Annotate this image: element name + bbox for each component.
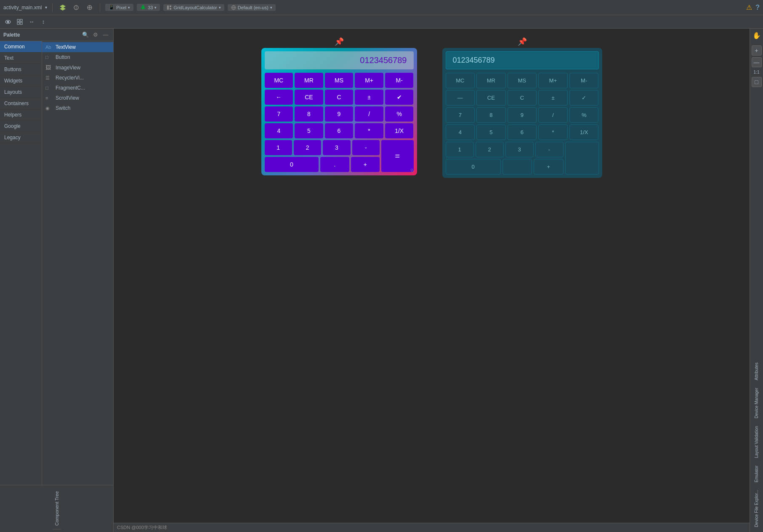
btn-check[interactable]: ✔ [385, 90, 414, 105]
arrows-h-button[interactable]: ↔ [27, 17, 36, 26]
btn-inv[interactable]: 1/X [385, 123, 414, 138]
emulator-tab[interactable]: Emulator [752, 462, 761, 486]
rbtn-plusminus[interactable]: ± [538, 90, 568, 106]
rbtn-mc[interactable]: MC [446, 73, 475, 88]
palette-item-switch[interactable]: ◉ Switch [42, 103, 113, 113]
question-icon[interactable]: ? [755, 4, 760, 11]
rbtn-mminus[interactable]: M- [569, 73, 599, 88]
arrows-v-button[interactable]: ↕ [39, 17, 48, 26]
category-widgets[interactable]: Widgets [0, 75, 42, 87]
layout-validation-tab[interactable]: Layout Validation [752, 423, 761, 461]
category-containers[interactable]: Containers [0, 98, 42, 109]
btn-9[interactable]: 9 [325, 106, 354, 122]
btn-8[interactable]: 8 [295, 106, 323, 122]
layer-icon[interactable] [58, 3, 68, 13]
zoom-in-button[interactable]: + [752, 45, 762, 56]
rbtn-minus[interactable]: - [535, 142, 564, 157]
palette-settings-button[interactable]: ⚙ [91, 31, 100, 39]
btn-minus[interactable]: - [352, 140, 380, 155]
device-manager-tab[interactable]: Device Manager [752, 384, 761, 422]
palette-close-button[interactable]: — [101, 31, 110, 39]
btn-c[interactable]: C [325, 90, 354, 105]
btn-ce[interactable]: CE [295, 90, 323, 105]
device-pill[interactable]: 📱 Pixel ▾ [105, 4, 133, 11]
palette-item-imageview[interactable]: 🖼 ImageView [42, 62, 113, 73]
rbtn-dot[interactable] [502, 159, 532, 175]
btn-5[interactable]: 5 [295, 123, 323, 138]
category-buttons[interactable]: Buttons [0, 64, 42, 75]
btn-back[interactable]: ← [265, 90, 293, 105]
hand-tool-button[interactable]: ✋ [752, 30, 762, 40]
btn-mplus[interactable]: M+ [355, 73, 383, 88]
btn-2[interactable]: 2 [294, 140, 321, 155]
rbtn-check[interactable]: ✓ [569, 90, 599, 106]
btn-mul[interactable]: * [355, 123, 383, 138]
rbtn-inv[interactable]: 1/X [569, 124, 599, 140]
btn-4[interactable]: 4 [265, 123, 293, 138]
category-common[interactable]: Common [0, 41, 42, 53]
rbtn-equals[interactable] [565, 142, 599, 175]
category-google[interactable]: Google [0, 121, 42, 132]
rbtn-plus[interactable]: + [534, 159, 564, 175]
palette-item-recyclerview[interactable]: ☰ RecyclerVi... [42, 73, 113, 83]
file-name-label[interactable]: activity_main.xml [3, 5, 42, 11]
btn-plusminus[interactable]: ± [355, 90, 383, 105]
rbtn-6[interactable]: 6 [508, 124, 537, 140]
locale-pill[interactable]: Default (en-us) ▾ [228, 4, 276, 11]
device-file-tab[interactable]: Device File Explor... [752, 487, 761, 530]
fit-screen-button[interactable]: □ [752, 77, 762, 87]
btn-3[interactable]: 3 [323, 140, 350, 155]
eye-button[interactable] [3, 17, 13, 26]
btn-mminus[interactable]: M- [385, 73, 414, 88]
btn-7[interactable]: 7 [265, 106, 293, 122]
category-legacy[interactable]: Legacy [0, 132, 42, 143]
rbtn-mr[interactable]: MR [476, 73, 506, 88]
rbtn-3[interactable]: 3 [505, 142, 534, 157]
rbtn-7[interactable]: 7 [446, 107, 475, 123]
rbtn-ce[interactable]: CE [476, 90, 506, 106]
rbtn-ms[interactable]: MS [508, 73, 537, 88]
zoom-out-button[interactable]: — [752, 57, 762, 67]
rbtn-2[interactable]: 2 [476, 142, 504, 157]
btn-plus[interactable]: + [351, 157, 380, 172]
blueprint-icon[interactable] [85, 3, 95, 13]
palette-item-textview[interactable]: Ab TextView [42, 42, 113, 52]
design-icon[interactable] [71, 3, 81, 13]
palette-item-button[interactable]: □ Button [42, 52, 113, 62]
rbtn-9[interactable]: 9 [508, 107, 537, 123]
btn-dot[interactable]: . [320, 157, 349, 172]
rbtn-div[interactable]: / [538, 107, 568, 123]
btn-div[interactable]: / [355, 106, 383, 122]
category-helpers[interactable]: Helpers [0, 109, 42, 121]
warning-icon[interactable]: ⚠ [746, 3, 752, 11]
btn-equals[interactable]: = [381, 140, 413, 172]
palette-item-fragmentcontainer[interactable]: □ FragmentC... [42, 83, 113, 93]
category-layouts[interactable]: Layouts [0, 87, 42, 98]
btn-mc[interactable]: MC [265, 73, 293, 88]
rbtn-8[interactable]: 8 [476, 107, 506, 123]
palette-search-button[interactable]: 🔍 [81, 31, 90, 39]
file-arrow-icon[interactable]: ▾ [45, 5, 47, 10]
rbtn-percent[interactable]: % [569, 107, 599, 123]
btn-1[interactable]: 1 [265, 140, 292, 155]
btn-ms[interactable]: MS [325, 73, 354, 88]
grid-button[interactable] [15, 17, 24, 26]
btn-mr[interactable]: MR [295, 73, 323, 88]
category-text[interactable]: Text [0, 53, 42, 64]
rbtn-4[interactable]: 4 [446, 124, 475, 140]
rbtn-mul[interactable]: * [538, 124, 568, 140]
btn-percent[interactable]: % [385, 106, 414, 122]
attributes-tab[interactable]: Attributes [752, 359, 761, 384]
component-tree-tab[interactable]: Component Tree [0, 485, 113, 532]
rbtn-mplus[interactable]: M+ [538, 73, 568, 88]
rbtn-back[interactable]: — [446, 90, 475, 106]
rbtn-c[interactable]: C [508, 90, 537, 106]
palette-item-scrollview[interactable]: ≡ ScrollView [42, 93, 113, 103]
api-pill[interactable]: 🌲 33 ▾ [137, 4, 160, 11]
rbtn-1[interactable]: 1 [446, 142, 474, 157]
rbtn-0[interactable]: 0 [446, 159, 501, 175]
layout-pill[interactable]: GridLayoutCalculator ▾ [163, 4, 224, 11]
btn-0[interactable]: 0 [265, 157, 319, 172]
btn-6[interactable]: 6 [325, 123, 354, 138]
rbtn-5[interactable]: 5 [476, 124, 506, 140]
